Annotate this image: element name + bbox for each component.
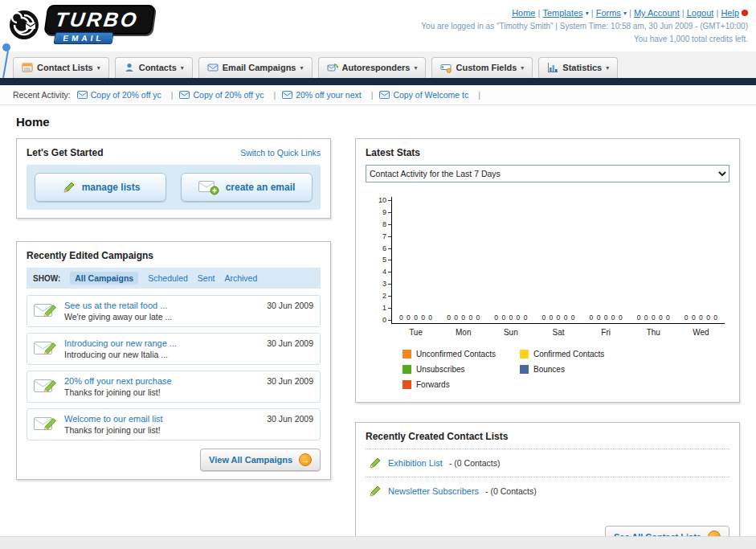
top-link-help[interactable]: Help xyxy=(721,8,739,18)
arrow-right-icon: → xyxy=(299,453,312,466)
statistics-icon xyxy=(547,62,558,73)
chart-x-tick-label: Sat xyxy=(534,324,582,337)
contact-list-count: - (0 Contacts) xyxy=(449,458,501,468)
logo-email-text: EMAIL xyxy=(54,32,114,44)
nav-divider-bar xyxy=(0,78,756,85)
campaign-list-item: 20% off your next purchase Thanks for jo… xyxy=(27,371,321,403)
manage-lists-button[interactable]: manage lists xyxy=(35,173,166,202)
envelope-pencil-icon xyxy=(34,301,58,320)
contact-list-link[interactable]: Exhibition List xyxy=(388,458,443,468)
recent-activity-link[interactable]: Copy of Welcome tc xyxy=(393,90,468,100)
campaign-list-item: See us at the retail food ... We're givi… xyxy=(27,295,321,327)
campaign-title-link[interactable]: 20% off your next purchase xyxy=(64,376,172,386)
nav-tab-contacts[interactable]: Contacts ▾ xyxy=(115,57,193,78)
recent-activity-link[interactable]: 20% off your next xyxy=(296,90,362,100)
envelope-icon xyxy=(282,91,292,99)
chevron-down-icon: ▾ xyxy=(97,64,100,72)
create-email-button[interactable]: create an email xyxy=(181,173,313,202)
envelope-icon xyxy=(179,91,190,99)
chart-bar-group: 0 0 0 0 0 xyxy=(630,197,677,323)
nav-tab-autoresponders[interactable]: Autoresponders ▾ xyxy=(318,57,427,78)
chart-y-tick-label: 6 xyxy=(382,245,391,252)
filter-tab-all-campaigns[interactable]: All Campaigns xyxy=(70,272,138,285)
legend-label: Confirmed Contacts xyxy=(533,350,604,358)
legend-swatch xyxy=(520,350,529,358)
filter-tab-scheduled[interactable]: Scheduled xyxy=(148,273,188,283)
chart-y-tick-label: 3 xyxy=(382,281,391,288)
contact-lists-icon xyxy=(22,62,33,73)
chart-y-tick-label: 7 xyxy=(382,233,391,240)
recent-activity-link[interactable]: Copy of 20% off yc xyxy=(91,90,161,100)
chart-y-tick-label: 8 xyxy=(382,221,391,228)
email-campaigns-icon xyxy=(207,62,219,73)
help-icon xyxy=(742,10,748,16)
legend-item: Forwards xyxy=(403,380,520,389)
chart-value-labels: 0 0 0 0 0 xyxy=(590,313,623,323)
chart-y-tick-label: 9 xyxy=(382,209,391,216)
chart-bar-group: 0 0 0 0 0 xyxy=(487,197,534,323)
legend-swatch xyxy=(403,380,411,389)
nav-tab-statistics[interactable]: Statistics ▾ xyxy=(538,57,618,78)
view-all-campaigns-button[interactable]: View All Campaigns → xyxy=(200,449,321,471)
chart-x-tick-label: Tue xyxy=(392,324,439,337)
top-link-home[interactable]: Home xyxy=(512,8,535,18)
page-title: Home xyxy=(16,115,740,129)
logo-text: TURBO EMAIL xyxy=(43,5,156,44)
get-started-title: Let's Get Started xyxy=(27,147,104,158)
autoresponders-icon xyxy=(327,62,338,73)
credits-info: You have 1,000 total credits left. xyxy=(421,33,748,46)
pencil-icon xyxy=(61,181,76,194)
nav-tab-label: Autoresponders xyxy=(342,63,411,72)
recent-contact-lists-title: Recently Created Contact Lists xyxy=(366,431,729,442)
legend-item: Unconfirmed Contacts xyxy=(403,350,520,358)
contact-activity-chart: 109876543210 0 0 0 0 00 0 0 0 00 0 0 0 0… xyxy=(366,194,729,389)
main-content: Home Let's Get Started Switch to Quick L… xyxy=(0,105,756,549)
nav-tab-contact-lists[interactable]: Contact Lists ▾ xyxy=(13,57,109,78)
login-info: You are logged in as "Timothy Smith" | S… xyxy=(421,20,748,33)
chart-y-axis: 109876543210 xyxy=(370,197,391,324)
envelope-pencil-icon xyxy=(34,414,58,433)
app-logo: TURBO EMAIL xyxy=(8,5,153,44)
legend-item: Confirmed Contacts xyxy=(520,350,637,358)
main-nav: Contact Lists ▾ Contacts ▾ Email Campaig… xyxy=(0,51,756,78)
pencil-icon xyxy=(367,457,382,469)
switch-quick-links-link[interactable]: Switch to Quick Links xyxy=(240,148,321,158)
chevron-down-icon: ▾ xyxy=(521,64,524,72)
nav-tab-label: Custom Fields xyxy=(456,63,517,72)
get-started-panel: Let's Get Started Switch to Quick Links … xyxy=(16,138,331,219)
nav-tab-label: Email Campaigns xyxy=(223,63,296,72)
top-link-forms[interactable]: Forms xyxy=(596,8,621,18)
legend-swatch xyxy=(403,365,411,374)
nav-tab-label: Statistics xyxy=(562,63,602,72)
header-right: Home Templates ▾ Forms ▾ My Account Logo… xyxy=(421,5,748,45)
contact-list-item: Exhibition List - (0 Contacts) xyxy=(366,449,729,477)
stats-period-select[interactable]: Contact Activity for the Last 7 Days xyxy=(366,165,729,182)
campaign-title-link[interactable]: Welcome to our email list xyxy=(64,414,163,424)
campaign-title-link[interactable]: See us at the retail food ... xyxy=(64,301,172,310)
filter-tab-sent[interactable]: Sent xyxy=(198,273,215,283)
pencil-icon xyxy=(367,485,382,498)
envelope-plus-icon xyxy=(198,179,219,195)
recent-campaigns-title: Recently Edited Campaigns xyxy=(27,250,321,261)
filter-tab-archived[interactable]: Archived xyxy=(224,273,257,283)
custom-fields-icon xyxy=(440,62,452,73)
campaign-title-link[interactable]: Introducing our new range ... xyxy=(64,338,177,348)
legend-label: Unsubscribes xyxy=(416,365,465,374)
chart-bar-group: 0 0 0 0 0 xyxy=(677,197,725,323)
recent-activity-item: Copy of 20% off yc xyxy=(77,90,174,100)
top-link-my-account[interactable]: My Account xyxy=(634,8,680,18)
nav-tab-label: Contacts xyxy=(139,63,177,72)
contact-list-link[interactable]: Newsletter Subscribers xyxy=(388,486,479,496)
envelope-icon xyxy=(379,91,390,99)
chart-value-labels: 0 0 0 0 0 xyxy=(637,313,670,323)
nav-tab-email-campaigns[interactable]: Email Campaigns ▾ xyxy=(198,57,313,78)
recent-activity-link[interactable]: Copy of 20% off yc xyxy=(193,90,264,100)
nav-tab-custom-fields[interactable]: Custom Fields ▾ xyxy=(431,57,533,78)
recent-contact-lists-panel: Recently Created Contact Lists Exhibitio… xyxy=(355,422,740,549)
top-link-templates[interactable]: Templates xyxy=(542,8,582,18)
legend-label: Unconfirmed Contacts xyxy=(416,350,496,358)
top-link-logout[interactable]: Logout xyxy=(687,8,714,18)
chart-value-labels: 0 0 0 0 0 xyxy=(541,313,574,323)
top-nav: Home Templates ▾ Forms ▾ My Account Logo… xyxy=(421,6,748,20)
chart-x-tick-label: Mon xyxy=(439,324,487,337)
